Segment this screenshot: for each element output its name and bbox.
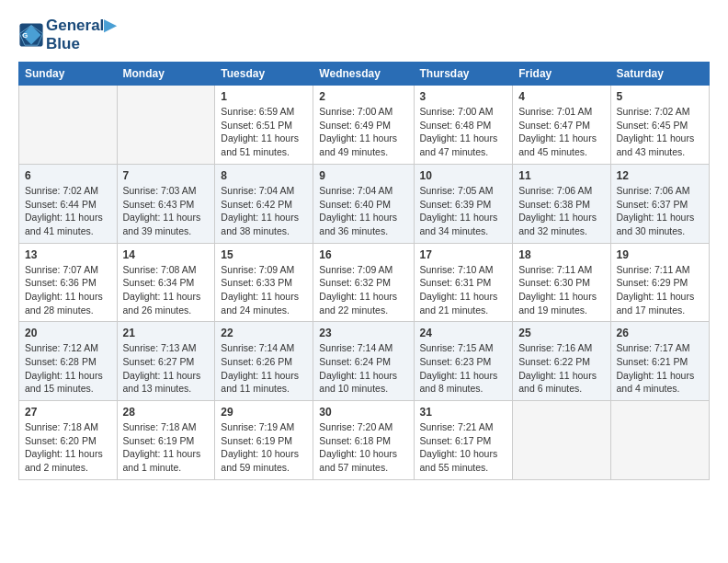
calendar-cell — [117, 86, 215, 165]
day-info: Sunrise: 7:18 AM Sunset: 6:19 PM Dayligh… — [123, 420, 210, 475]
calendar-cell: 30Sunrise: 7:20 AM Sunset: 6:18 PM Dayli… — [313, 401, 414, 480]
calendar-cell: 4Sunrise: 7:01 AM Sunset: 6:47 PM Daylig… — [513, 86, 610, 165]
day-number: 17 — [420, 248, 507, 261]
calendar-cell: 12Sunrise: 7:06 AM Sunset: 6:37 PM Dayli… — [610, 164, 709, 243]
calendar-cell: 15Sunrise: 7:09 AM Sunset: 6:33 PM Dayli… — [215, 243, 313, 322]
weekday-header: Friday — [513, 63, 610, 86]
calendar-cell: 26Sunrise: 7:17 AM Sunset: 6:21 PM Dayli… — [610, 322, 709, 401]
calendar-cell: 10Sunrise: 7:05 AM Sunset: 6:39 PM Dayli… — [414, 164, 513, 243]
calendar-cell: 19Sunrise: 7:11 AM Sunset: 6:29 PM Dayli… — [610, 243, 709, 322]
day-info: Sunrise: 7:02 AM Sunset: 6:45 PM Dayligh… — [617, 105, 703, 159]
day-number: 14 — [123, 248, 210, 261]
calendar-cell: 23Sunrise: 7:14 AM Sunset: 6:24 PM Dayli… — [313, 322, 414, 401]
day-info: Sunrise: 7:01 AM Sunset: 6:47 PM Dayligh… — [518, 105, 604, 159]
calendar-cell: 6Sunrise: 7:02 AM Sunset: 6:44 PM Daylig… — [19, 164, 118, 243]
calendar-week-row: 27Sunrise: 7:18 AM Sunset: 6:20 PM Dayli… — [19, 401, 710, 480]
day-number: 18 — [518, 248, 604, 261]
day-info: Sunrise: 7:18 AM Sunset: 6:20 PM Dayligh… — [25, 420, 111, 475]
day-number: 9 — [319, 169, 407, 182]
calendar-cell: 24Sunrise: 7:15 AM Sunset: 6:23 PM Dayli… — [414, 322, 513, 401]
page: G General▶ Blue SundayMondayTuesdayWedne… — [0, 0, 728, 497]
day-number: 22 — [221, 327, 307, 339]
calendar-cell: 22Sunrise: 7:14 AM Sunset: 6:26 PM Dayli… — [215, 322, 313, 401]
calendar-cell: 28Sunrise: 7:18 AM Sunset: 6:19 PM Dayli… — [117, 401, 215, 480]
calendar-cell: 8Sunrise: 7:04 AM Sunset: 6:42 PM Daylig… — [215, 164, 313, 243]
calendar-cell — [513, 401, 610, 480]
day-info: Sunrise: 7:13 AM Sunset: 6:27 PM Dayligh… — [123, 341, 210, 396]
day-number: 19 — [617, 248, 703, 261]
day-info: Sunrise: 7:14 AM Sunset: 6:24 PM Dayligh… — [319, 341, 407, 396]
day-number: 13 — [25, 248, 111, 261]
day-info: Sunrise: 7:00 AM Sunset: 6:49 PM Dayligh… — [319, 105, 407, 159]
day-info: Sunrise: 7:14 AM Sunset: 6:26 PM Dayligh… — [221, 341, 307, 396]
calendar-cell: 1Sunrise: 6:59 AM Sunset: 6:51 PM Daylig… — [215, 86, 313, 165]
day-number: 12 — [617, 169, 703, 182]
day-info: Sunrise: 7:04 AM Sunset: 6:40 PM Dayligh… — [319, 184, 407, 238]
day-number: 6 — [25, 169, 111, 182]
day-info: Sunrise: 7:20 AM Sunset: 6:18 PM Dayligh… — [319, 420, 407, 475]
day-number: 4 — [518, 90, 604, 103]
logo-icon: G — [18, 22, 44, 48]
calendar-cell: 18Sunrise: 7:11 AM Sunset: 6:30 PM Dayli… — [513, 243, 610, 322]
day-number: 10 — [420, 169, 507, 182]
day-info: Sunrise: 7:06 AM Sunset: 6:37 PM Dayligh… — [617, 184, 703, 238]
day-number: 27 — [25, 406, 111, 419]
day-number: 15 — [221, 248, 307, 261]
day-number: 5 — [617, 90, 703, 103]
day-info: Sunrise: 7:12 AM Sunset: 6:28 PM Dayligh… — [25, 341, 111, 396]
day-info: Sunrise: 7:04 AM Sunset: 6:42 PM Dayligh… — [221, 184, 307, 238]
day-number: 3 — [420, 90, 507, 103]
weekday-header: Wednesday — [313, 63, 414, 86]
calendar-cell: 14Sunrise: 7:08 AM Sunset: 6:34 PM Dayli… — [117, 243, 215, 322]
day-info: Sunrise: 7:21 AM Sunset: 6:17 PM Dayligh… — [420, 420, 507, 475]
calendar-cell: 17Sunrise: 7:10 AM Sunset: 6:31 PM Dayli… — [414, 243, 513, 322]
day-info: Sunrise: 7:19 AM Sunset: 6:19 PM Dayligh… — [221, 420, 307, 475]
day-number: 23 — [319, 327, 407, 339]
day-number: 28 — [123, 406, 210, 419]
calendar-cell: 27Sunrise: 7:18 AM Sunset: 6:20 PM Dayli… — [19, 401, 118, 480]
day-number: 7 — [123, 169, 210, 182]
day-info: Sunrise: 7:15 AM Sunset: 6:23 PM Dayligh… — [420, 341, 507, 396]
day-info: Sunrise: 7:05 AM Sunset: 6:39 PM Dayligh… — [420, 184, 507, 238]
calendar-week-row: 6Sunrise: 7:02 AM Sunset: 6:44 PM Daylig… — [19, 164, 710, 243]
day-number: 31 — [420, 406, 507, 419]
day-info: Sunrise: 7:11 AM Sunset: 6:30 PM Dayligh… — [518, 263, 604, 317]
calendar-cell — [19, 86, 118, 165]
calendar-cell: 3Sunrise: 7:00 AM Sunset: 6:48 PM Daylig… — [414, 86, 513, 165]
day-number: 16 — [319, 248, 407, 261]
calendar-cell: 9Sunrise: 7:04 AM Sunset: 6:40 PM Daylig… — [313, 164, 414, 243]
day-info: Sunrise: 7:16 AM Sunset: 6:22 PM Dayligh… — [518, 341, 604, 396]
calendar-cell — [610, 401, 709, 480]
day-number: 30 — [319, 406, 407, 419]
day-info: Sunrise: 6:59 AM Sunset: 6:51 PM Dayligh… — [221, 105, 307, 159]
weekday-header: Tuesday — [215, 63, 313, 86]
day-number: 25 — [518, 327, 604, 339]
calendar-cell: 29Sunrise: 7:19 AM Sunset: 6:19 PM Dayli… — [215, 401, 313, 480]
day-info: Sunrise: 7:09 AM Sunset: 6:33 PM Dayligh… — [221, 263, 307, 317]
calendar-cell: 7Sunrise: 7:03 AM Sunset: 6:43 PM Daylig… — [117, 164, 215, 243]
calendar-cell: 2Sunrise: 7:00 AM Sunset: 6:49 PM Daylig… — [313, 86, 414, 165]
calendar-body: 1Sunrise: 6:59 AM Sunset: 6:51 PM Daylig… — [19, 86, 710, 480]
day-info: Sunrise: 7:11 AM Sunset: 6:29 PM Dayligh… — [617, 263, 703, 317]
day-number: 11 — [518, 169, 604, 182]
day-info: Sunrise: 7:09 AM Sunset: 6:32 PM Dayligh… — [319, 263, 407, 317]
day-info: Sunrise: 7:02 AM Sunset: 6:44 PM Dayligh… — [25, 184, 111, 238]
day-number: 24 — [420, 327, 507, 339]
day-number: 2 — [319, 90, 407, 103]
calendar-cell: 16Sunrise: 7:09 AM Sunset: 6:32 PM Dayli… — [313, 243, 414, 322]
day-info: Sunrise: 7:03 AM Sunset: 6:43 PM Dayligh… — [123, 184, 210, 238]
day-number: 8 — [221, 169, 307, 182]
weekday-header: Sunday — [19, 63, 118, 86]
day-number: 20 — [25, 327, 111, 339]
day-info: Sunrise: 7:17 AM Sunset: 6:21 PM Dayligh… — [617, 341, 703, 396]
day-number: 29 — [221, 406, 307, 419]
calendar-header-row: SundayMondayTuesdayWednesdayThursdayFrid… — [19, 63, 710, 86]
day-info: Sunrise: 7:06 AM Sunset: 6:38 PM Dayligh… — [518, 184, 604, 238]
day-info: Sunrise: 7:00 AM Sunset: 6:48 PM Dayligh… — [420, 105, 507, 159]
calendar-cell: 21Sunrise: 7:13 AM Sunset: 6:27 PM Dayli… — [117, 322, 215, 401]
day-number: 1 — [221, 90, 307, 103]
calendar-week-row: 13Sunrise: 7:07 AM Sunset: 6:36 PM Dayli… — [19, 243, 710, 322]
day-info: Sunrise: 7:08 AM Sunset: 6:34 PM Dayligh… — [123, 263, 210, 317]
calendar-cell: 31Sunrise: 7:21 AM Sunset: 6:17 PM Dayli… — [414, 401, 513, 480]
calendar-cell: 13Sunrise: 7:07 AM Sunset: 6:36 PM Dayli… — [19, 243, 118, 322]
